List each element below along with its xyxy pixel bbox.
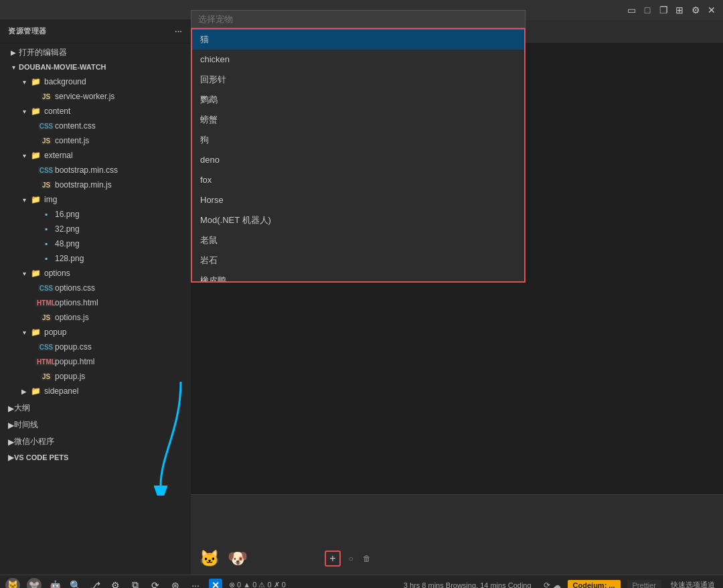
png-icon-16: ▪ — [40, 210, 52, 219]
sidebar-item-48png[interactable]: ▪ 48.png — [0, 236, 191, 251]
js-icon-service-worker: JS — [40, 93, 52, 100]
copy-icon[interactable]: ⧉ — [129, 579, 142, 589]
dropdown-item-3[interactable]: 鹦鹉 — [192, 90, 524, 110]
sidebar-item-popup-css[interactable]: CSS popup.css — [0, 340, 191, 354]
sidebar-item-32png[interactable]: ▪ 32.png — [0, 222, 191, 236]
chevron-right-icon-wechat: ▶ — [8, 437, 14, 447]
dropdown-item-8[interactable]: Horse — [192, 190, 524, 210]
content-css-label: content.css — [55, 121, 191, 131]
maximize-icon[interactable]: □ — [641, 4, 653, 16]
prettier-button[interactable]: Prettier — [627, 580, 661, 589]
css-icon-bootstrap: CSS — [40, 167, 52, 174]
dropdown-item-4[interactable]: 螃蟹 — [192, 110, 524, 130]
content-js-label: content.js — [55, 136, 191, 145]
codeium-button[interactable]: Codeium: ... — [568, 580, 621, 589]
remote-sync-icons: ⟳ ☁ — [544, 581, 561, 589]
dropdown-item-2[interactable]: 回形针 — [192, 70, 524, 90]
sidebar-item-popup[interactable]: ▾ 📁 popup — [0, 325, 191, 340]
bottom-toolbar: 🐱 🐭 🤖 🔍 ⎇ ⚙ ⧉ ⟳ ⊛ ··· ✕ ⊗ 0 ▲ 0 ⚠ 0 ✗ 0 … — [0, 575, 723, 588]
dropdown-item-11[interactable]: 岩石 — [192, 250, 524, 271]
sidebar-item-bootstrap-js[interactable]: JS bootstrap.min.js — [0, 177, 191, 192]
chevron-down-icon: ▾ — [8, 64, 19, 71]
minimize-icon[interactable]: ▭ — [625, 4, 637, 16]
sidebar-item-16png[interactable]: ▪ 16.png — [0, 207, 191, 222]
chevron-down-icon-background: ▾ — [19, 78, 29, 86]
32png-label: 32.png — [55, 224, 191, 234]
wechat-label: 微信小程序 — [14, 436, 54, 447]
folder-icon-background: 📁 — [29, 77, 42, 86]
sidebar-section-files: ▶ 打开的编辑器 ▾ DOUBAN-MOVIE-WATCH ▾ 📁 backgr… — [0, 44, 191, 400]
close-icon[interactable]: ✕ — [706, 4, 718, 16]
dropdown-list: 猫chicken回形针鹦鹉螃蟹狗denofoxHorseMod(.NET 机器人… — [191, 28, 526, 283]
cloud-icon[interactable]: ☁ — [553, 581, 561, 589]
vscode-pets-label: VS CODE PETS — [14, 453, 68, 461]
sidebar-item-content[interactable]: ▾ 📁 content — [0, 104, 191, 119]
options-html-label: options.html — [55, 298, 191, 307]
pets-panel: 🐱 🐶 + ○ 🗑 — [191, 494, 723, 575]
sidebar-item-content-js[interactable]: JS content.js — [0, 133, 191, 148]
sidebar-item-options[interactable]: ▾ 📁 options — [0, 266, 191, 281]
sidebar-item-project[interactable]: ▾ DOUBAN-MOVIE-WATCH — [0, 60, 191, 74]
sidebar-item-content-css[interactable]: CSS content.css — [0, 119, 191, 133]
sidebar-item-popup-html[interactable]: HTML popup.html — [0, 354, 191, 369]
chevron-down-icon-options: ▾ — [19, 270, 29, 277]
add-pet-button[interactable]: + — [325, 550, 341, 567]
settings-icon[interactable]: ⚙ — [690, 4, 702, 16]
dropdown-item-9[interactable]: Mod(.NET 机器人) — [192, 210, 524, 230]
html-icon-popup: HTML — [40, 358, 52, 366]
sidebar-dots[interactable]: ··· — [175, 27, 182, 35]
more-icon[interactable]: ··· — [189, 579, 202, 589]
popup-label: popup — [44, 327, 191, 337]
sidebar-item-background[interactable]: ▾ 📁 background — [0, 74, 191, 89]
dropdown-item-10[interactable]: 老鼠 — [192, 230, 524, 250]
sidebar-item-bootstrap-css[interactable]: CSS bootstrap.min.css — [0, 163, 191, 177]
extra-status: 快速选项通道 — [668, 580, 718, 588]
sidebar-item-options-css[interactable]: CSS options.css — [0, 281, 191, 295]
bootstrap-js-label: bootstrap.min.js — [55, 180, 191, 190]
chevron-right-icon-timeline: ▶ — [8, 421, 14, 430]
sidebar-item-service-worker[interactable]: JS service-worker.js — [0, 89, 191, 104]
restore-icon[interactable]: ❐ — [657, 4, 669, 16]
active-x-button[interactable]: ✕ — [209, 579, 222, 589]
folder-icon-img: 📁 — [29, 195, 42, 204]
sidebar-item-options-js[interactable]: JS options.js — [0, 310, 191, 325]
sidebar-item-128png[interactable]: ▪ 128.png — [0, 251, 191, 266]
folder-icon-options: 📁 — [29, 269, 42, 278]
robot-icon[interactable]: 🤖 — [48, 579, 62, 589]
history-icon[interactable]: ⟳ — [149, 579, 162, 589]
chevron-right-icon-outline: ▶ — [8, 404, 14, 413]
dropdown-item-5[interactable]: 狗 — [192, 130, 524, 150]
outline-label: 大纲 — [14, 402, 30, 414]
pet-trash-icon[interactable]: 🗑 — [361, 553, 373, 565]
dropdown-item-12[interactable]: 橡皮鸭 — [192, 271, 524, 283]
service-worker-label: service-worker.js — [55, 92, 191, 101]
js-icon-content: JS — [40, 137, 52, 145]
sync-icon[interactable]: ⟳ — [544, 581, 550, 589]
chevron-right-icon: ▶ — [8, 49, 19, 56]
sidebar-item-external[interactable]: ▾ 📁 external — [0, 148, 191, 163]
sidebar-tab-header: 资源管理器 ··· — [0, 19, 191, 43]
dropdown-item-6[interactable]: deno — [192, 150, 524, 170]
timer-label: 3 hrs 8 mins Browsing, 14 mins Coding — [404, 581, 532, 589]
dropdown-item-1[interactable]: chicken — [192, 50, 524, 70]
background-label: background — [44, 77, 191, 86]
dropdown-item-7[interactable]: fox — [192, 170, 524, 190]
img-label: img — [44, 195, 191, 204]
sidebar-item-img[interactable]: ▾ 📁 img — [0, 192, 191, 207]
pet-circle-icon[interactable]: ○ — [345, 553, 357, 565]
arrow-annotation — [147, 375, 201, 498]
folder-icon-content: 📁 — [29, 106, 42, 116]
css-icon-options: CSS — [40, 285, 52, 292]
search-icon[interactable]: 🔍 — [68, 579, 82, 589]
16png-label: 16.png — [55, 210, 191, 219]
pet-search-input[interactable] — [191, 10, 526, 28]
source-control-icon[interactable]: ⎇ — [88, 579, 102, 589]
layout-icon[interactable]: ⊞ — [673, 4, 686, 16]
chevron-right-icon-vscode-pets: ▶ — [8, 453, 14, 462]
sidebar-item-options-html[interactable]: HTML options.html — [0, 295, 191, 310]
github-icon[interactable]: ⊛ — [169, 579, 182, 589]
avatar-icon: 🐱 — [5, 578, 20, 589]
sidebar-item-open-editors[interactable]: ▶ 打开的编辑器 — [0, 45, 191, 60]
dropdown-item-0[interactable]: 猫 — [192, 29, 524, 50]
remote-icon[interactable]: ⚙ — [108, 579, 122, 589]
